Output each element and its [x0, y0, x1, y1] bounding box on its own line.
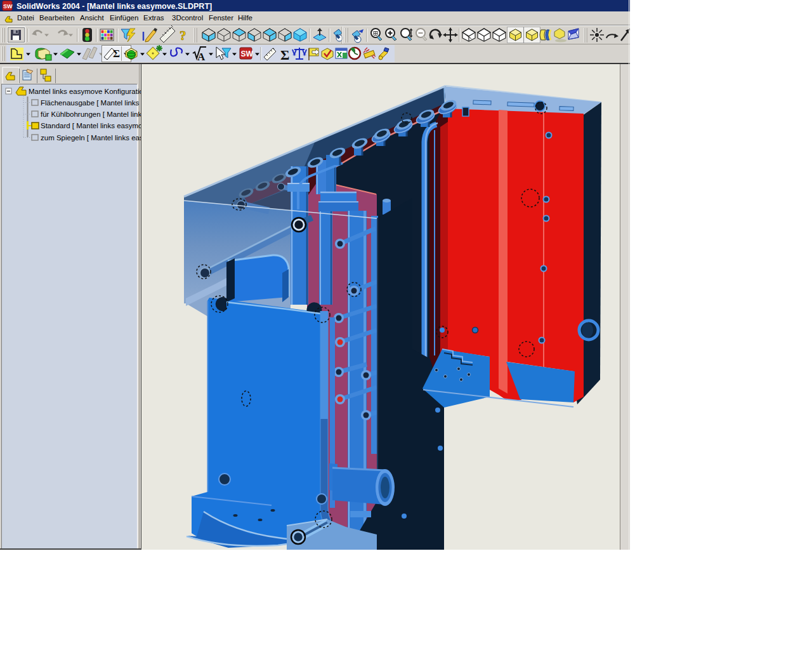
- svg-text:3Dcontrol: 3Dcontrol: [172, 14, 203, 22]
- svg-text:Datei: Datei: [17, 14, 34, 22]
- svg-text:Hilfe: Hilfe: [238, 14, 252, 22]
- svg-text:zum Spiegeln [ Mantel links ea: zum Spiegeln [ Mantel links easy: [41, 134, 147, 142]
- svg-text:Ansicht: Ansicht: [80, 14, 105, 22]
- svg-text:?: ?: [180, 28, 187, 43]
- svg-text:Mantel links easymove Konfigur: Mantel links easymove Konfiguration: [29, 88, 147, 95]
- svg-text:Fenster: Fenster: [209, 14, 233, 22]
- svg-text:Σ: Σ: [113, 48, 120, 60]
- svg-text:Flächenausgabe [ Mantel links: Flächenausgabe [ Mantel links e: [41, 99, 145, 107]
- svg-text:für Kühlbohrungen [ Mantel lin: für Kühlbohrungen [ Mantel link: [41, 110, 141, 118]
- svg-text:Bearbeiten: Bearbeiten: [39, 14, 75, 22]
- svg-text:A: A: [197, 51, 206, 63]
- svg-text:SolidWorks 2004 - [Mantel link: SolidWorks 2004 - [Mantel links easymove…: [16, 2, 212, 11]
- svg-text:SW: SW: [241, 50, 254, 58]
- svg-text:Standard [ Mantel links easymo: Standard [ Mantel links easymo: [41, 122, 142, 129]
- svg-text:Einfügen: Einfügen: [110, 14, 138, 22]
- svg-text:SW: SW: [3, 3, 13, 10]
- svg-text:Σ: Σ: [280, 47, 289, 63]
- svg-text:Extras: Extras: [143, 14, 164, 22]
